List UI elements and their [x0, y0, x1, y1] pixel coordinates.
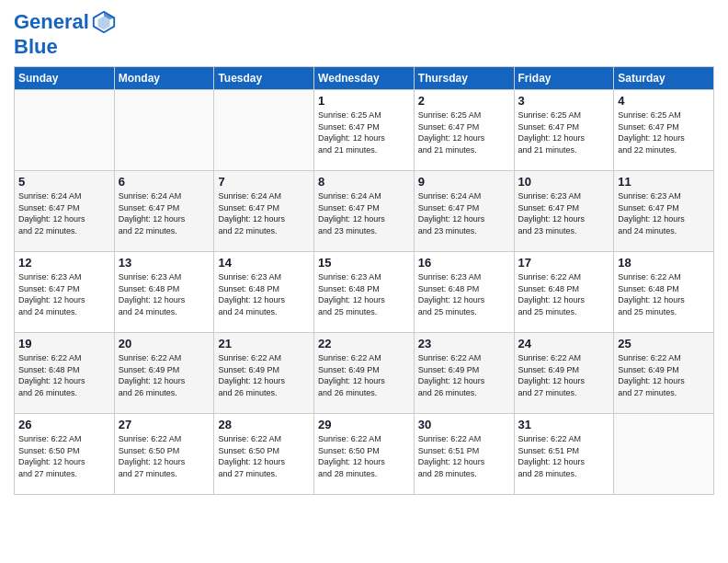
day-info: Sunrise: 6:25 AM Sunset: 6:47 PM Dayligh…	[418, 109, 510, 155]
day-info: Sunrise: 6:22 AM Sunset: 6:50 PM Dayligh…	[119, 433, 210, 479]
weekday-header-saturday: Saturday	[614, 67, 714, 90]
day-info: Sunrise: 6:22 AM Sunset: 6:48 PM Dayligh…	[18, 352, 110, 398]
day-info: Sunrise: 6:25 AM Sunset: 6:47 PM Dayligh…	[518, 109, 610, 155]
week-row-5: 26Sunrise: 6:22 AM Sunset: 6:50 PM Dayli…	[15, 414, 714, 495]
header: General Blue	[14, 9, 714, 59]
calendar-cell	[114, 90, 214, 171]
day-info: Sunrise: 6:22 AM Sunset: 6:50 PM Dayligh…	[18, 433, 110, 479]
day-number: 13	[119, 256, 210, 270]
day-info: Sunrise: 6:22 AM Sunset: 6:49 PM Dayligh…	[518, 352, 610, 398]
week-row-3: 12Sunrise: 6:23 AM Sunset: 6:47 PM Dayli…	[15, 252, 714, 333]
calendar-cell: 12Sunrise: 6:23 AM Sunset: 6:47 PM Dayli…	[15, 252, 115, 333]
day-number: 8	[318, 175, 410, 189]
day-info: Sunrise: 6:22 AM Sunset: 6:51 PM Dayligh…	[518, 433, 610, 479]
calendar-cell: 1Sunrise: 6:25 AM Sunset: 6:47 PM Daylig…	[314, 90, 415, 171]
day-info: Sunrise: 6:22 AM Sunset: 6:49 PM Dayligh…	[119, 352, 210, 398]
calendar-cell: 10Sunrise: 6:23 AM Sunset: 6:47 PM Dayli…	[514, 171, 614, 252]
day-number: 3	[518, 94, 610, 108]
calendar-cell: 18Sunrise: 6:22 AM Sunset: 6:48 PM Dayli…	[614, 252, 714, 333]
day-info: Sunrise: 6:23 AM Sunset: 6:48 PM Dayligh…	[318, 271, 410, 317]
day-number: 21	[218, 337, 310, 350]
week-row-1: 1Sunrise: 6:25 AM Sunset: 6:47 PM Daylig…	[15, 90, 714, 171]
day-info: Sunrise: 6:23 AM Sunset: 6:48 PM Dayligh…	[218, 271, 310, 317]
day-info: Sunrise: 6:23 AM Sunset: 6:48 PM Dayligh…	[119, 271, 210, 317]
calendar-cell: 24Sunrise: 6:22 AM Sunset: 6:49 PM Dayli…	[514, 333, 614, 414]
calendar-cell: 21Sunrise: 6:22 AM Sunset: 6:49 PM Dayli…	[214, 333, 314, 414]
weekday-header-wednesday: Wednesday	[314, 67, 415, 90]
day-info: Sunrise: 6:22 AM Sunset: 6:49 PM Dayligh…	[418, 352, 510, 398]
day-number: 9	[418, 175, 510, 189]
weekday-header-tuesday: Tuesday	[214, 67, 314, 90]
day-info: Sunrise: 6:24 AM Sunset: 6:47 PM Dayligh…	[218, 190, 310, 236]
page-container: General Blue SundayMondayTuesdayWednesda…	[0, 0, 728, 504]
weekday-header-monday: Monday	[114, 67, 214, 90]
calendar-cell: 19Sunrise: 6:22 AM Sunset: 6:48 PM Dayli…	[15, 333, 115, 414]
calendar-cell: 5Sunrise: 6:24 AM Sunset: 6:47 PM Daylig…	[15, 171, 115, 252]
day-number: 11	[618, 175, 710, 189]
day-info: Sunrise: 6:24 AM Sunset: 6:47 PM Dayligh…	[119, 190, 210, 236]
day-info: Sunrise: 6:25 AM Sunset: 6:47 PM Dayligh…	[618, 109, 710, 155]
day-number: 20	[119, 337, 210, 350]
day-number: 7	[218, 175, 310, 189]
day-number: 4	[618, 94, 710, 108]
day-number: 14	[218, 256, 310, 270]
day-number: 27	[119, 418, 210, 431]
calendar-cell: 2Sunrise: 6:25 AM Sunset: 6:47 PM Daylig…	[414, 90, 514, 171]
calendar-cell: 26Sunrise: 6:22 AM Sunset: 6:50 PM Dayli…	[15, 414, 115, 495]
day-info: Sunrise: 6:22 AM Sunset: 6:50 PM Dayligh…	[318, 433, 410, 479]
day-info: Sunrise: 6:22 AM Sunset: 6:49 PM Dayligh…	[318, 352, 410, 398]
logo-general: General	[14, 10, 89, 34]
calendar-cell: 20Sunrise: 6:22 AM Sunset: 6:49 PM Dayli…	[114, 333, 214, 414]
calendar-cell: 7Sunrise: 6:24 AM Sunset: 6:47 PM Daylig…	[214, 171, 314, 252]
calendar-cell: 29Sunrise: 6:22 AM Sunset: 6:50 PM Dayli…	[314, 414, 415, 495]
day-info: Sunrise: 6:22 AM Sunset: 6:49 PM Dayligh…	[218, 352, 310, 398]
day-number: 17	[518, 256, 610, 270]
day-number: 1	[318, 94, 410, 108]
day-info: Sunrise: 6:23 AM Sunset: 6:47 PM Dayligh…	[518, 190, 610, 236]
day-info: Sunrise: 6:24 AM Sunset: 6:47 PM Dayligh…	[318, 190, 410, 236]
day-info: Sunrise: 6:23 AM Sunset: 6:47 PM Dayligh…	[18, 271, 110, 317]
logo-blue-text: Blue	[14, 35, 117, 59]
day-info: Sunrise: 6:24 AM Sunset: 6:47 PM Dayligh…	[18, 190, 110, 236]
calendar-cell: 11Sunrise: 6:23 AM Sunset: 6:47 PM Dayli…	[614, 171, 714, 252]
day-info: Sunrise: 6:22 AM Sunset: 6:48 PM Dayligh…	[518, 271, 610, 317]
calendar-cell	[15, 90, 115, 171]
calendar-cell: 31Sunrise: 6:22 AM Sunset: 6:51 PM Dayli…	[514, 414, 614, 495]
day-number: 29	[318, 418, 410, 431]
calendar-cell: 13Sunrise: 6:23 AM Sunset: 6:48 PM Dayli…	[114, 252, 214, 333]
calendar-cell: 9Sunrise: 6:24 AM Sunset: 6:47 PM Daylig…	[414, 171, 514, 252]
day-number: 5	[18, 175, 110, 189]
calendar-cell: 25Sunrise: 6:22 AM Sunset: 6:49 PM Dayli…	[614, 333, 714, 414]
calendar-cell: 27Sunrise: 6:22 AM Sunset: 6:50 PM Dayli…	[114, 414, 214, 495]
day-info: Sunrise: 6:22 AM Sunset: 6:50 PM Dayligh…	[218, 433, 310, 479]
weekday-header-row: SundayMondayTuesdayWednesdayThursdayFrid…	[15, 67, 714, 90]
calendar-cell: 17Sunrise: 6:22 AM Sunset: 6:48 PM Dayli…	[514, 252, 614, 333]
day-number: 25	[618, 337, 710, 350]
day-number: 31	[518, 418, 610, 431]
day-number: 18	[618, 256, 710, 270]
weekday-header-sunday: Sunday	[15, 67, 115, 90]
day-number: 23	[418, 337, 510, 350]
calendar-cell: 28Sunrise: 6:22 AM Sunset: 6:50 PM Dayli…	[214, 414, 314, 495]
day-info: Sunrise: 6:22 AM Sunset: 6:48 PM Dayligh…	[618, 271, 710, 317]
day-number: 26	[18, 418, 110, 431]
day-number: 12	[18, 256, 110, 270]
calendar-cell: 14Sunrise: 6:23 AM Sunset: 6:48 PM Dayli…	[214, 252, 314, 333]
calendar-cell: 3Sunrise: 6:25 AM Sunset: 6:47 PM Daylig…	[514, 90, 614, 171]
day-info: Sunrise: 6:25 AM Sunset: 6:47 PM Dayligh…	[318, 109, 410, 155]
week-row-2: 5Sunrise: 6:24 AM Sunset: 6:47 PM Daylig…	[15, 171, 714, 252]
day-number: 28	[218, 418, 310, 431]
logo: General Blue	[14, 9, 117, 59]
day-number: 6	[119, 175, 210, 189]
day-number: 16	[418, 256, 510, 270]
day-number: 24	[518, 337, 610, 350]
day-info: Sunrise: 6:22 AM Sunset: 6:49 PM Dayligh…	[618, 352, 710, 398]
day-number: 22	[318, 337, 410, 350]
calendar-cell: 22Sunrise: 6:22 AM Sunset: 6:49 PM Dayli…	[314, 333, 415, 414]
day-number: 19	[18, 337, 110, 350]
day-number: 30	[418, 418, 510, 431]
calendar-cell: 23Sunrise: 6:22 AM Sunset: 6:49 PM Dayli…	[414, 333, 514, 414]
week-row-4: 19Sunrise: 6:22 AM Sunset: 6:48 PM Dayli…	[15, 333, 714, 414]
calendar-cell: 15Sunrise: 6:23 AM Sunset: 6:48 PM Dayli…	[314, 252, 415, 333]
day-info: Sunrise: 6:23 AM Sunset: 6:47 PM Dayligh…	[618, 190, 710, 236]
